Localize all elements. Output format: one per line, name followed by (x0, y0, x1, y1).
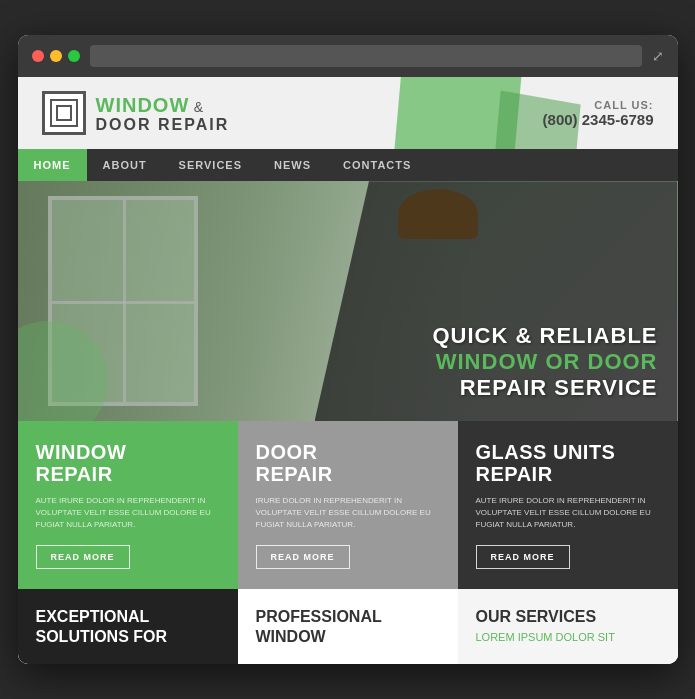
nav-item-home[interactable]: HOME (18, 149, 87, 181)
service-card-door-repair: DOOR REPAIR IRURE DOLOR IN REPREHENDERIT… (238, 421, 458, 589)
bottom-card-professional: PROFESSIONAL WINDOW (238, 589, 458, 663)
minimize-button[interactable] (50, 50, 62, 62)
logo-icon (42, 91, 86, 135)
bottom-card-our-services: OUR SERVICES LOREM IPSUM DOLOR SIT (458, 589, 678, 663)
logo-text: WINDOW & DOOR REPAIR (96, 94, 230, 134)
hero-section: QUICK & RELIABLE WINDOW OR DOOR REPAIR S… (18, 181, 678, 421)
call-area: CALL US: (800) 2345-6789 (543, 99, 654, 128)
our-services-title: OUR SERVICES (476, 607, 660, 626)
maximize-button[interactable] (68, 50, 80, 62)
window-repair-title: WINDOW REPAIR (36, 441, 220, 485)
traffic-lights (32, 50, 80, 62)
window-repair-desc: AUTE IRURE DOLOR IN REPREHENDERIT IN VOL… (36, 495, 220, 531)
door-repair-title: DOOR REPAIR (256, 441, 440, 485)
address-bar[interactable] (90, 45, 642, 67)
fullscreen-icon[interactable]: ⤢ (652, 48, 664, 64)
logo-area[interactable]: WINDOW & DOOR REPAIR (42, 91, 230, 135)
logo-icon-inner2 (56, 105, 72, 121)
nav-item-about[interactable]: ABOUT (87, 149, 163, 181)
glass-repair-read-more[interactable]: READ MORE (476, 545, 570, 569)
hero-text: QUICK & RELIABLE WINDOW OR DOOR REPAIR S… (433, 323, 658, 401)
service-card-window-repair: WINDOW REPAIR AUTE IRURE DOLOR IN REPREH… (18, 421, 238, 589)
nav-item-news[interactable]: NEWS (258, 149, 327, 181)
call-label: CALL US: (543, 99, 654, 111)
logo-icon-inner (50, 99, 78, 127)
glass-repair-desc: AUTE IRURE DOLOR IN REPREHENDERIT IN VOL… (476, 495, 660, 531)
exceptional-title: EXCEPTIONAL SOLUTIONS FOR (36, 607, 220, 645)
nav-item-services[interactable]: SERVICES (163, 149, 258, 181)
window-v-divider (123, 200, 126, 402)
our-services-subtitle: LOREM IPSUM DOLOR SIT (476, 631, 660, 643)
door-repair-read-more[interactable]: READ MORE (256, 545, 350, 569)
bottom-card-exceptional: EXCEPTIONAL SOLUTIONS FOR (18, 589, 238, 663)
nav-item-contacts[interactable]: CONTACTS (327, 149, 427, 181)
close-button[interactable] (32, 50, 44, 62)
logo-amp: & (194, 99, 203, 115)
logo-main-line: WINDOW & (96, 94, 230, 116)
call-number: (800) 2345-6789 (543, 111, 654, 128)
service-card-glass-repair: GLASS UNITS REPAIR AUTE IRURE DOLOR IN R… (458, 421, 678, 589)
logo-sub-text: DOOR REPAIR (96, 116, 230, 134)
hero-line2: WINDOW OR DOOR (433, 349, 658, 375)
browser-window: ⤢ WINDOW & DOOR REPAIR (18, 35, 678, 663)
window-repair-read-more[interactable]: READ MORE (36, 545, 130, 569)
service-cards: WINDOW REPAIR AUTE IRURE DOLOR IN REPREH… (18, 421, 678, 589)
website: WINDOW & DOOR REPAIR CALL US: (800) 2345… (18, 77, 678, 663)
hero-line3: REPAIR SERVICE (433, 375, 658, 401)
logo-main-text: WINDOW (96, 94, 190, 116)
browser-chrome: ⤢ (18, 35, 678, 77)
bottom-cards: EXCEPTIONAL SOLUTIONS FOR PROFESSIONAL W… (18, 589, 678, 663)
glass-repair-title: GLASS UNITS REPAIR (476, 441, 660, 485)
site-header: WINDOW & DOOR REPAIR CALL US: (800) 2345… (18, 77, 678, 149)
hero-line1: QUICK & RELIABLE (433, 323, 658, 349)
door-repair-desc: IRURE DOLOR IN REPREHENDERIT IN VOLUPTAT… (256, 495, 440, 531)
professional-title: PROFESSIONAL WINDOW (256, 607, 440, 645)
site-nav: HOME ABOUT SERVICES NEWS CONTACTS (18, 149, 678, 181)
